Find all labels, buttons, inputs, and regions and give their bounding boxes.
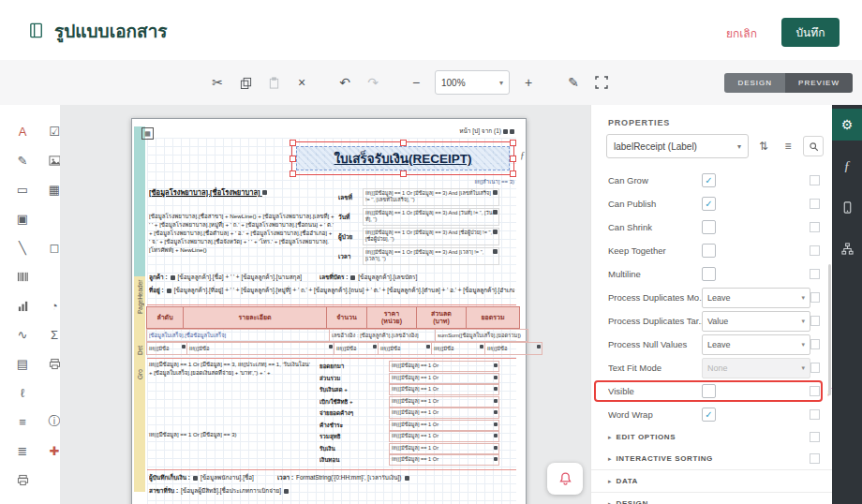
functions-rail-button[interactable]: ƒ	[832, 150, 862, 182]
prop-pin-checkbox[interactable]	[810, 199, 820, 209]
total-row[interactable]: ส่วนรวมIIf(([มีข้อมูล] == 1 Or	[320, 373, 499, 385]
total-row[interactable]: จ่ายยอดค้างๆIIf(([มีข้อมูล] == 1 Or	[320, 408, 499, 420]
delete-button[interactable]: ×	[294, 73, 309, 92]
element-selector-dropdown[interactable]: labelReceipt (Label) ▾	[606, 134, 749, 158]
zoom-select[interactable]: 100% ▾	[435, 70, 510, 95]
table-header-cell[interactable]: ลำดับ	[146, 306, 184, 329]
total-row[interactable]: ยอดยกมาIIf(([มีข้อมูล] == 1 Or	[320, 361, 499, 373]
table-detail-cell[interactable]: IIf(([มีข้อ	[334, 342, 379, 355]
total-value-cell[interactable]: IIf(([มีข้อมูล] == 1 Or	[389, 443, 499, 454]
prop-checkbox-visible[interactable]	[702, 384, 716, 398]
section-edit-options[interactable]: ▸EDIT OPTIONS	[591, 426, 833, 448]
table-detail-cell[interactable]: IIf(([มีข้อ	[431, 342, 485, 355]
table-header-cell[interactable]: ยอดรวม	[466, 306, 520, 329]
handwriting-tool-icon[interactable]: ℓ	[11, 381, 34, 404]
total-row[interactable]: รับเงินสด +IIf(([มีข้อมูล] == 1 Or	[320, 384, 499, 396]
subheader-sum-cell[interactable]: sumSum([ข้อมูลใบเสร็จ].[ยอดรวม])	[435, 329, 528, 342]
bar-chart-tool-icon[interactable]	[11, 294, 34, 317]
table-detail-cell[interactable]: IIf(([มีข้อ	[146, 342, 187, 355]
paste-button[interactable]	[266, 73, 281, 92]
prop-select-process-duplicates-mo[interactable]: Leave▾	[702, 288, 810, 308]
total-value-cell[interactable]: IIf(([มีข้อมูล] == 1 Or	[389, 373, 499, 384]
prop-checkbox-multiline[interactable]	[702, 267, 716, 281]
prop-pin-checkbox[interactable]	[810, 269, 820, 279]
address-row[interactable]: ที่อยู่ : [ข้อมูลลูกค้า].[ที่อยู่] + ' '…	[149, 286, 514, 295]
band-label-det[interactable]: Det	[134, 340, 145, 361]
fullscreen-button[interactable]	[594, 73, 609, 92]
total-value-cell[interactable]: IIf(([มีข้อมูล] == 1 Or	[389, 384, 499, 395]
hospital-address-label[interactable]: [ข้อมูลโรงพยาบาล].[ชื่อสาขา] + NewLine()…	[149, 213, 334, 255]
zoom-out-button[interactable]: −	[409, 73, 424, 92]
panel-tool-icon[interactable]: ▣	[11, 207, 34, 230]
notification-button[interactable]	[547, 463, 583, 495]
sort-icon[interactable]: ⇅	[754, 137, 773, 156]
prop-pin-checkbox[interactable]	[810, 386, 820, 396]
info-value-cell[interactable]: IIf(([มีข้อมูล] == 1 Or [มีข้อมูล] == 3)…	[363, 208, 499, 226]
settings-rail-button[interactable]: ⚙	[832, 109, 862, 141]
selection-handle[interactable]	[290, 170, 296, 177]
report-page[interactable]: PageHeader Det Gro ▦ หน้า [ป] จาก (1) ใบ…	[131, 118, 527, 504]
info-value-cell[interactable]: IIf(([มีข้อมูล] == 1 Or [มีข้อมูล] == 3)…	[363, 188, 499, 206]
page-number-label[interactable]: หน้า [ป] จาก (1)	[459, 126, 514, 136]
table-header-cell[interactable]: ส่วนลด (บาท)	[416, 306, 467, 329]
prop-checkbox-can-grow[interactable]: ✓	[702, 173, 716, 187]
prop-pin-checkbox[interactable]	[810, 222, 820, 232]
section-design[interactable]: ▸DESIGN	[591, 492, 833, 504]
rectangle-tool-icon[interactable]: ▭	[11, 178, 34, 200]
footer-row-2[interactable]: สาขาที่รับ : [ข้อมูลผู้มีสิทธิ].[ชื่อประ…	[149, 486, 514, 496]
selection-handle[interactable]	[400, 170, 407, 177]
info-value-cell[interactable]: IIf(([มีข้อมูล] == 1 Or [มีข้อมูล] == 3)…	[363, 228, 499, 245]
payment-expression-label[interactable]: IIf(([มีข้อมูล] == 1 Or [มีข้อมูล] == 3,…	[149, 361, 310, 378]
selection-handle[interactable]	[400, 140, 407, 146]
copy-condition-label[interactable]: IIf([สำเนา] == 3)	[474, 177, 514, 186]
table-detail-cell[interactable]: IIf(([มีข้อ	[186, 342, 334, 355]
style-pen-button[interactable]: ✎	[566, 73, 581, 92]
prop-checkbox-can-shrink[interactable]	[702, 220, 716, 234]
prop-pin-checkbox[interactable]	[810, 245, 820, 256]
clipboard-tool-icon[interactable]: ▤	[11, 352, 34, 375]
prop-select-process-null-values[interactable]: Leave▾	[702, 334, 810, 355]
section-data[interactable]: ▸DATA	[591, 469, 833, 492]
line-tool-icon[interactable]: ╲	[11, 236, 34, 259]
category-list-icon[interactable]: ≡	[779, 137, 797, 156]
section-interactive-sorting[interactable]: ▸INTERACTIVE SORTING	[591, 448, 833, 469]
design-tab[interactable]: DESIGN	[724, 73, 785, 93]
hospital-name-label[interactable]: [ข้อมูลโรงพยาบาล].[ชื่อโรงพยาบาล]	[149, 188, 314, 197]
table-detail-row[interactable]: IIf(([มีข้อIIf(([มีข้อIIf(([มีข้อIIf(([ม…	[147, 342, 542, 355]
band-label-gro[interactable]: Gro	[134, 364, 145, 385]
total-value-cell[interactable]: IIf(([มีข้อมูล] == 1 Or	[389, 408, 499, 419]
total-value-cell[interactable]: IIf(([มีข้อมูล] == 1 Or	[389, 396, 499, 408]
total-value-cell[interactable]: IIf(([มีข้อมูล] == 1 Or	[389, 361, 499, 372]
selection-handle[interactable]	[290, 140, 296, 146]
payment-expression2-label[interactable]: IIf(([มีข้อมูล] == 1 Or [มีข้อมูล] == 3)	[149, 430, 310, 439]
structure-rail-button[interactable]	[832, 232, 862, 264]
save-button[interactable]: บันทึก	[781, 18, 840, 47]
prop-checkbox-word-wrap[interactable]: ✓	[702, 408, 716, 422]
prop-checkbox-can-publish[interactable]: ✓	[702, 197, 716, 211]
subheader-ref-cell[interactable]: เลขอ้างอิง : [ข้อมูลลูกค้า].[เลขอ้างอิง]	[329, 329, 436, 342]
cancel-button[interactable]: ยกเลิก	[726, 24, 757, 42]
prop-select-process-duplicates-tar[interactable]: Value▾	[702, 311, 810, 332]
total-row[interactable]: ค้างชำระIIf(([มีข้อมูล] == 1 Or	[320, 420, 499, 432]
band-label-pageheader[interactable]: PageHeader	[134, 259, 145, 334]
search-icon[interactable]	[803, 136, 824, 156]
list-tool-icon[interactable]: ≡	[11, 410, 34, 433]
prop-pin-checkbox[interactable]	[810, 363, 820, 373]
table-header-cell[interactable]: รายละเอียด	[183, 306, 327, 329]
table-header-cell[interactable]: ราคา (หน่วย)	[366, 306, 417, 329]
text-tool-icon[interactable]: A	[11, 120, 34, 142]
report-corner-icon[interactable]: ▦	[141, 127, 154, 140]
selection-handle[interactable]	[510, 170, 516, 177]
signature-tool-icon[interactable]: ✎	[11, 149, 34, 171]
prop-pin-checkbox[interactable]	[810, 339, 820, 349]
band-strip-top[interactable]	[134, 126, 145, 276]
prop-checkbox-keep-together[interactable]	[702, 244, 716, 258]
scrollbar[interactable]	[828, 264, 831, 395]
table-detail-cell[interactable]: IIf(([มีข้อ	[484, 342, 542, 355]
prop-pin-checkbox[interactable]	[810, 409, 820, 420]
barcode-tool-icon[interactable]	[11, 265, 34, 288]
design-canvas[interactable]: PageHeader Det Gro ▦ หน้า [ป] จาก (1) ใบ…	[60, 105, 590, 504]
total-value-cell[interactable]: IIf(([มีข้อมูล] == 1 Or	[389, 420, 499, 431]
cut-button[interactable]: ✂	[210, 73, 225, 92]
selected-label-receipt[interactable]: ใบเสร็จรับเงิน(RECEIPT) ƒ	[291, 141, 514, 175]
